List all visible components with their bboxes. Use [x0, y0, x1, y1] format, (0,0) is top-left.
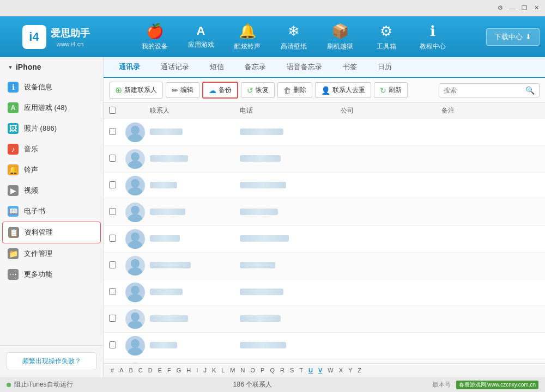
tab-bookmarks[interactable]: 书签: [333, 57, 367, 78]
contact-avatar-0: [125, 122, 150, 142]
table-row[interactable]: [104, 199, 545, 226]
apps-icon: A: [197, 24, 205, 38]
backup-btn[interactable]: ☁ 备份: [202, 82, 238, 99]
alpha-B[interactable]: B: [127, 366, 134, 374]
alpha-N[interactable]: N: [239, 366, 247, 374]
contact-phone-5: [240, 262, 341, 270]
main-layout: ▼ iPhone ℹ 设备信息 A 应用游戏 (48) 🖼 照片 (886) ♪…: [0, 57, 545, 377]
tab-sms[interactable]: 短信: [200, 57, 234, 78]
minimize-btn[interactable]: —: [508, 4, 517, 13]
table-row[interactable]: [104, 146, 545, 173]
alpha-J[interactable]: J: [202, 366, 208, 374]
tab-memo[interactable]: 备忘录: [235, 57, 276, 78]
sidebar-item-video[interactable]: ▶ 视频: [0, 180, 103, 201]
alpha-G[interactable]: G: [175, 366, 183, 374]
nav-toolbox[interactable]: ⚙ 工具箱: [365, 19, 408, 54]
table-row[interactable]: [104, 253, 545, 279]
row-checkbox-3[interactable]: [109, 208, 125, 217]
table-row[interactable]: [104, 333, 545, 359]
alpha-Y[interactable]: Y: [347, 366, 354, 374]
row-checkbox-5[interactable]: [109, 261, 125, 270]
sidebar-item-more[interactable]: ⋯ 更多功能: [0, 264, 103, 285]
nav-apps[interactable]: A 应用游戏: [179, 19, 223, 54]
nav-jailbreak[interactable]: 📦 刷机越狱: [318, 19, 362, 54]
alpha-S[interactable]: S: [288, 366, 295, 374]
alpha-Q[interactable]: Q: [268, 366, 276, 374]
contact-name-0: [150, 128, 240, 137]
row-checkbox-6[interactable]: [109, 288, 125, 297]
nav-ringtones[interactable]: 🔔 酷炫铃声: [226, 19, 269, 54]
alpha-K[interactable]: K: [210, 366, 217, 374]
delete-btn[interactable]: 🗑 删除: [277, 82, 312, 98]
alpha-A[interactable]: A: [118, 366, 125, 374]
alpha-C[interactable]: C: [137, 366, 144, 374]
tab-calendar[interactable]: 日历: [368, 57, 402, 78]
sidebar-ebook-label: 电子书: [24, 206, 45, 216]
sidebar-item-music[interactable]: ♪ 音乐: [0, 139, 103, 160]
nav-apps-label: 应用游戏: [188, 40, 214, 50]
sidebar-video-label: 视频: [24, 186, 38, 195]
table-row[interactable]: [104, 359, 545, 363]
alpha-#[interactable]: #: [109, 366, 116, 374]
tab-call-log[interactable]: 通话记录: [151, 57, 199, 78]
table-row[interactable]: [104, 119, 545, 146]
tab-contacts[interactable]: 通讯录: [109, 57, 150, 78]
alpha-W[interactable]: W: [326, 366, 335, 374]
row-checkbox-1[interactable]: [109, 155, 125, 163]
alpha-D[interactable]: D: [147, 366, 154, 374]
alpha-P[interactable]: P: [259, 366, 266, 374]
lose-contact-btn[interactable]: 👤 联系人去重: [315, 82, 371, 98]
row-checkbox-8[interactable]: [109, 341, 125, 350]
refresh-btn[interactable]: ↻ 刷新: [374, 82, 408, 98]
restore-btn[interactable]: ↺ 恢复: [241, 82, 275, 98]
warning-btn[interactable]: 频繁出现操作失败？: [7, 352, 96, 370]
table-row[interactable]: [104, 173, 545, 199]
alpha-I[interactable]: I: [195, 366, 199, 374]
alpha-T[interactable]: T: [298, 366, 305, 374]
row-checkbox-0[interactable]: [109, 128, 125, 137]
alpha-X[interactable]: X: [337, 366, 344, 374]
alpha-H[interactable]: H: [185, 366, 192, 374]
nav-my-device[interactable]: 🍎 我的设备: [133, 19, 177, 54]
alpha-E[interactable]: E: [156, 366, 164, 374]
row-checkbox-7[interactable]: [109, 315, 125, 323]
settings-titlebar-btn[interactable]: ⚙: [496, 4, 505, 13]
alpha-M[interactable]: M: [228, 366, 237, 374]
search-input[interactable]: [444, 87, 525, 94]
sidebar-item-apps[interactable]: A 应用游戏 (48): [0, 97, 103, 118]
table-row[interactable]: [104, 226, 545, 253]
row-checkbox-2[interactable]: [109, 181, 125, 190]
nav-tutorial[interactable]: ℹ 教程中心: [411, 19, 455, 54]
sidebar-item-photos[interactable]: 🖼 照片 (886): [0, 118, 103, 139]
select-all-checkbox[interactable]: [109, 107, 116, 114]
contact-avatar-4: [125, 229, 150, 249]
table-row[interactable]: [104, 279, 545, 306]
tab-voice-memo[interactable]: 语音备忘录: [277, 57, 332, 78]
sidebar-item-file-mgmt[interactable]: 📁 文件管理: [0, 243, 103, 264]
edit-btn[interactable]: ✏ 编辑: [166, 82, 199, 98]
alpha-V[interactable]: V: [317, 366, 324, 374]
toolbox-icon: ⚙: [380, 23, 392, 40]
sidebar-item-ebook[interactable]: 📖 电子书: [0, 201, 103, 222]
alpha-F[interactable]: F: [166, 366, 173, 374]
row-checkbox-4[interactable]: [109, 235, 125, 243]
table-row[interactable]: [104, 306, 545, 333]
download-center-btn[interactable]: 下载中心 ⬇: [486, 28, 540, 46]
sidebar-item-ringtones[interactable]: 🔔 铃声: [0, 160, 103, 180]
close-btn[interactable]: ✕: [532, 4, 541, 13]
alphabet-nav: #ABCDEFGHIJKLMNOPQRSTUVWXYZ: [104, 363, 545, 377]
alpha-U[interactable]: U: [307, 366, 314, 374]
nav-wallpaper[interactable]: ❄ 高清壁纸: [272, 19, 316, 54]
restore-btn[interactable]: ❐: [520, 4, 529, 13]
alpha-L[interactable]: L: [220, 366, 226, 374]
sidebar-item-data-mgmt[interactable]: 📋 资料管理: [2, 222, 101, 243]
sidebar-item-device-info[interactable]: ℹ 设备信息: [0, 77, 103, 97]
svg-point-13: [128, 294, 142, 302]
new-contact-btn[interactable]: ⊕ 新建联系人: [109, 82, 163, 99]
warning-btn-label: 频繁出现操作失败？: [22, 357, 81, 365]
nav-toolbox-label: 工具箱: [377, 42, 396, 51]
alpha-Z[interactable]: Z: [356, 366, 363, 374]
alpha-O[interactable]: O: [249, 366, 257, 374]
alpha-R[interactable]: R: [278, 366, 286, 374]
statusbar: 阻止iTunes自动运行 186 个联系人 版本号 春蚕游戏网.www.czcn…: [0, 377, 545, 392]
